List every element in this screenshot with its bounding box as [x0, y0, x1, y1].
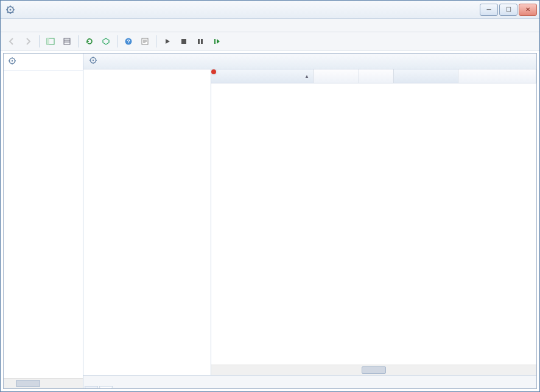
svg-point-1: [10, 9, 12, 10]
titlebar: ─ ☐ ✕: [1, 1, 539, 19]
tab-standard[interactable]: [99, 386, 113, 389]
list-hscrollbar[interactable]: [211, 365, 536, 375]
svg-rect-15: [201, 39, 203, 44]
tree-root-services[interactable]: [4, 54, 83, 71]
show-hide-tree-button[interactable]: [43, 34, 58, 49]
column-logon[interactable]: [458, 69, 536, 83]
help-topics-button[interactable]: [138, 34, 152, 49]
column-name[interactable]: ▲: [211, 69, 314, 83]
svg-text:?: ?: [127, 38, 130, 44]
tab-extended[interactable]: [85, 386, 98, 389]
pause-service-button[interactable]: [193, 34, 208, 49]
list-pane: ▲: [211, 69, 536, 375]
help-button[interactable]: ?: [121, 34, 136, 49]
svg-rect-3: [47, 38, 49, 44]
services-header-icon: [88, 55, 98, 67]
menu-view[interactable]: [26, 24, 36, 27]
services-tree-icon: [7, 56, 17, 68]
forward-button[interactable]: [21, 34, 35, 49]
column-description[interactable]: [314, 69, 359, 83]
properties-button[interactable]: [99, 34, 113, 49]
pane-header: [83, 54, 536, 69]
export-button[interactable]: [60, 34, 74, 49]
restart-service-button[interactable]: [209, 34, 224, 49]
list-header: ▲: [211, 69, 536, 83]
svg-rect-13: [181, 39, 186, 44]
tree-pane: [4, 54, 83, 388]
minimize-button[interactable]: ─: [480, 4, 498, 16]
tabs-strip: [83, 375, 536, 388]
back-button[interactable]: [4, 34, 19, 49]
column-state[interactable]: [359, 69, 394, 83]
svg-rect-14: [198, 39, 200, 44]
svg-rect-4: [64, 38, 70, 44]
menubar: [1, 19, 539, 32]
tree-hscrollbar[interactable]: [4, 378, 83, 388]
close-button[interactable]: ✕: [519, 4, 537, 16]
svg-point-20: [93, 60, 94, 61]
column-startup-type[interactable]: [394, 69, 458, 83]
svg-point-18: [12, 60, 13, 61]
menu-help[interactable]: [37, 24, 47, 27]
menu-action[interactable]: [15, 24, 25, 27]
maximize-button[interactable]: ☐: [499, 4, 517, 16]
services-window: ─ ☐ ✕ ?: [0, 0, 540, 392]
content-area: ▲: [83, 69, 536, 375]
menu-file[interactable]: [4, 24, 14, 27]
svg-rect-16: [214, 39, 216, 44]
services-app-icon: [5, 5, 15, 15]
right-pane: ▲: [83, 54, 536, 388]
workspace: ▲: [3, 53, 537, 389]
start-service-button[interactable]: [160, 34, 175, 49]
sort-asc-icon: ▲: [304, 74, 309, 79]
services-list[interactable]: [211, 83, 536, 365]
refresh-button[interactable]: [82, 34, 97, 49]
window-controls: ─ ☐ ✕: [480, 4, 537, 16]
toolbar: ?: [1, 32, 539, 51]
stop-service-button[interactable]: [177, 34, 191, 49]
detail-pane: [83, 69, 211, 375]
